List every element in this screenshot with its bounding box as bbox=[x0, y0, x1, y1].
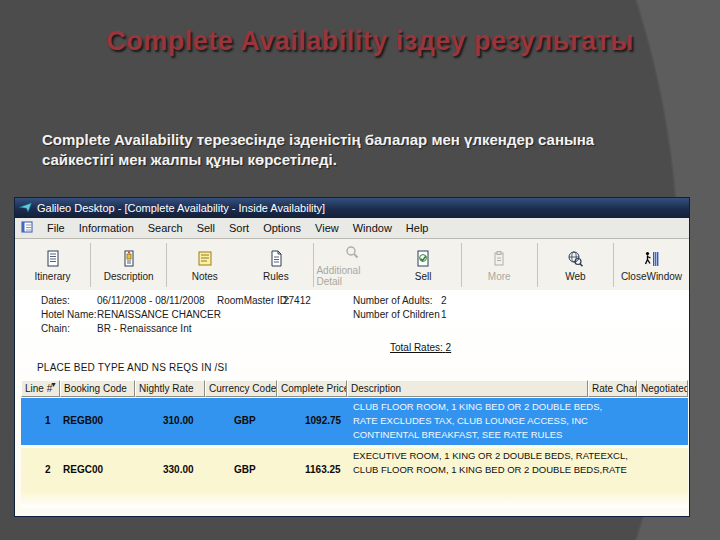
column-header-booking-code[interactable]: Booking Code bbox=[60, 380, 135, 397]
page-title: Complete Availability іздеу результаты bbox=[60, 26, 680, 57]
currency-code: GBP bbox=[234, 464, 256, 475]
column-header-line[interactable]: Line #▼ bbox=[21, 380, 60, 397]
chain-label: Chain: bbox=[41, 323, 70, 334]
galileo-logo-icon bbox=[19, 202, 32, 215]
menu-sort[interactable]: Sort bbox=[229, 222, 249, 234]
sell-icon bbox=[415, 249, 431, 269]
column-header-complete-price[interactable]: Complete Price bbox=[277, 380, 347, 397]
adults-label: Number of Adults: bbox=[353, 295, 432, 306]
sell-label: Sell bbox=[415, 271, 432, 282]
nightly-rate: 330.00 bbox=[163, 464, 194, 475]
total-rates-value: 2 bbox=[446, 342, 452, 353]
description-button[interactable]: Description bbox=[93, 239, 164, 291]
itinerary-label: Itinerary bbox=[35, 271, 71, 282]
rules-label: Rules bbox=[263, 271, 289, 282]
web-label: Web bbox=[565, 271, 585, 282]
menu-help[interactable]: Help bbox=[406, 222, 429, 234]
children-label: Number of Children bbox=[353, 309, 440, 320]
column-header-rate-changes[interactable]: Rate Changes bbox=[588, 380, 637, 397]
description-line: RATE EXCLUDES TAX, CLUB LOUNGE ACCESS, I… bbox=[353, 415, 588, 426]
adults-value: 2 bbox=[441, 295, 447, 306]
description-line: EXECUTIVE ROOM, 1 KING OR 2 DOUBLE BEDS,… bbox=[353, 450, 628, 461]
dates-value: 06/11/2008 - 08/11/2008 bbox=[97, 295, 205, 306]
line-number: 1 bbox=[45, 415, 51, 426]
close-window-button[interactable]: CloseWindow bbox=[616, 239, 687, 291]
roommaster-id-label: RoomMaster ID: bbox=[217, 295, 290, 306]
additional-detail-button[interactable]: Additional Detail bbox=[316, 239, 387, 291]
galileo-window: Galileo Desktop - [Complete Availability… bbox=[14, 197, 690, 517]
hotel-name-value: RENAISSANCE CHANCER bbox=[97, 309, 221, 320]
column-header-nightly-rate[interactable]: Nightly Rate bbox=[135, 380, 205, 397]
itinerary-icon bbox=[45, 249, 61, 269]
menu-sell[interactable]: Sell bbox=[197, 222, 215, 234]
sort-descending-icon: ▼ bbox=[50, 381, 57, 388]
booking-code: REGB00 bbox=[63, 415, 103, 426]
close-window-icon bbox=[642, 249, 660, 269]
menu-information[interactable]: Information bbox=[79, 222, 134, 234]
toolbar-separator bbox=[613, 243, 614, 287]
description-line: CONTINENTAL BREAKFAST, SEE RATE RULES bbox=[353, 429, 562, 440]
children-value: 1 bbox=[441, 309, 447, 320]
description-label: Description bbox=[104, 271, 154, 282]
description-line: CLUB FLOOR ROOM, 1 KING BED OR 2 DOUBLE … bbox=[353, 401, 602, 412]
slide-body-text: Complete Availability терезесінде іздені… bbox=[42, 130, 670, 171]
toolbar-separator bbox=[537, 243, 538, 287]
additional-detail-label: Additional Detail bbox=[316, 265, 387, 287]
availability-content: Dates: 06/11/2008 - 08/11/2008 RoomMaste… bbox=[15, 290, 689, 516]
roommaster-id-value: 27412 bbox=[283, 295, 311, 306]
toolbar-separator bbox=[313, 243, 314, 287]
additional-detail-icon bbox=[343, 243, 361, 263]
more-label: More bbox=[488, 271, 511, 282]
sell-button[interactable]: Sell bbox=[388, 239, 459, 291]
window-title: Galileo Desktop - [Complete Availability… bbox=[37, 202, 325, 214]
more-icon bbox=[491, 249, 507, 269]
complete-price: 1092.75 bbox=[305, 415, 341, 426]
column-header-description[interactable]: Description bbox=[347, 380, 588, 397]
table-row[interactable]: EXECUTIVE ROOM, 1 KING OR 2 DOUBLE BEDS,… bbox=[21, 448, 688, 492]
booking-code: REGC00 bbox=[63, 464, 103, 475]
complete-price: 1163.25 bbox=[305, 464, 341, 475]
close-window-label: CloseWindow bbox=[621, 271, 682, 282]
menu-bar: File Information Search Sell Sort Option… bbox=[15, 218, 689, 239]
menu-view[interactable]: View bbox=[315, 222, 339, 234]
toolbar: Itinerary Description Notes Rules bbox=[15, 239, 689, 292]
row-fade bbox=[21, 492, 688, 508]
description-line: CLUB FLOOR ROOM, 1 KING BED OR 2 DOUBLE … bbox=[353, 464, 627, 475]
window-titlebar[interactable]: Galileo Desktop - [Complete Availability… bbox=[15, 198, 689, 218]
total-rates: Total Rates: 2 bbox=[390, 342, 451, 353]
menu-options[interactable]: Options bbox=[263, 222, 301, 234]
toolbar-separator bbox=[90, 243, 91, 287]
notes-label: Notes bbox=[192, 271, 218, 282]
toolbar-separator bbox=[461, 243, 462, 287]
column-header-currency-code[interactable]: Currency Code bbox=[205, 380, 277, 397]
chain-value: BR - Renaissance Int bbox=[97, 323, 192, 334]
document-icon bbox=[21, 221, 33, 235]
description-icon bbox=[121, 249, 137, 269]
column-header-negotiated[interactable]: Negotiated bbox=[637, 380, 688, 397]
notes-icon bbox=[197, 249, 213, 269]
dates-label: Dates: bbox=[41, 295, 70, 306]
nightly-rate: 310.00 bbox=[163, 415, 194, 426]
web-button[interactable]: Web bbox=[540, 239, 611, 291]
rules-icon bbox=[268, 249, 284, 269]
more-button[interactable]: More bbox=[464, 239, 535, 291]
hotel-name-label: Hotel Name: bbox=[41, 309, 97, 320]
menu-search[interactable]: Search bbox=[148, 222, 183, 234]
bed-type-notice: PLACE BED TYPE AND NS REQS IN /SI bbox=[37, 362, 227, 373]
line-number: 2 bbox=[45, 464, 51, 475]
table-header: Line #▼ Booking Code Nightly Rate Curren… bbox=[21, 380, 688, 397]
itinerary-button[interactable]: Itinerary bbox=[17, 239, 88, 291]
rules-button[interactable]: Rules bbox=[240, 239, 311, 291]
web-icon bbox=[566, 249, 584, 269]
currency-code: GBP bbox=[234, 415, 256, 426]
notes-button[interactable]: Notes bbox=[169, 239, 240, 291]
toolbar-separator bbox=[166, 243, 167, 287]
menu-file[interactable]: File bbox=[47, 222, 65, 234]
table-row-selected[interactable]: 1 REGB00 310.00 GBP 1092.75 CLUB FLOOR R… bbox=[21, 398, 688, 445]
menu-window[interactable]: Window bbox=[353, 222, 392, 234]
